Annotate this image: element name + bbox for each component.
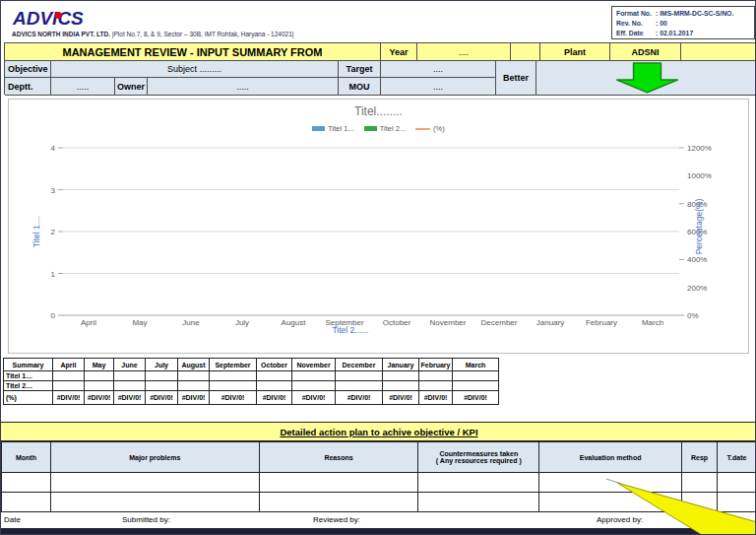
empty-cell[interactable] (259, 493, 418, 512)
subject-value-cell[interactable]: Subject ......... (51, 61, 339, 78)
summary-row-titel2: Titel 2… (4, 381, 499, 391)
company-address-line: ADVICS NORTH INDIA PVT. LTD. |Plot No.7,… (12, 31, 293, 37)
year-value-cell[interactable]: .... (417, 43, 511, 61)
titel1-cell[interactable] (292, 371, 336, 381)
titel2-cell[interactable] (257, 381, 292, 391)
target-label: Target (339, 61, 381, 78)
empty-cell[interactable] (2, 473, 51, 493)
action-plan-row-2 (2, 493, 756, 512)
div0-cell: #DIV/0! (383, 391, 419, 405)
titel1-cell[interactable] (85, 371, 114, 381)
summary-row-percent: (%) #DIV/0! #DIV/0! #DIV/0! #DIV/0! #DIV… (4, 391, 499, 405)
summary-header-row: Summary April May June July August Septe… (4, 359, 499, 371)
month-col-june: June (114, 359, 146, 371)
owner-value-cell[interactable]: ..... (148, 78, 339, 96)
month-col-january: January (383, 359, 419, 371)
titel1-cell[interactable] (210, 371, 257, 381)
titel2-cell[interactable] (292, 381, 336, 391)
month-col-august: August (178, 359, 210, 371)
rev-no-row: Rev. No. : 00 (616, 19, 750, 29)
titel2-cell[interactable] (178, 381, 210, 391)
kpi-chart: Titel........ Titel 1... Titel 2... (%) (8, 99, 749, 354)
titel1-cell[interactable] (53, 371, 85, 381)
col-tdate: T.date (717, 442, 756, 473)
empty-cell[interactable] (539, 493, 682, 512)
empty-cell[interactable] (418, 473, 539, 493)
titel2-cell[interactable] (53, 381, 85, 391)
mou-value-cell[interactable]: .... (381, 78, 496, 96)
left-tick-0: 0 (51, 311, 56, 320)
titel1-cell[interactable] (146, 371, 178, 381)
empty-cell[interactable] (682, 493, 718, 512)
plant-value-cell[interactable]: ADSNI (610, 43, 681, 61)
empty-cell[interactable] (682, 473, 718, 493)
format-no-row: Format No. : IMS-MRM-DC-SC-S/NO. (616, 9, 750, 19)
month-col-september: September (210, 359, 257, 371)
col-resp: Resp (682, 442, 718, 473)
form-title: MANAGEMENT REVIEW - INPUT SUMMARY FROM (5, 43, 381, 61)
right-tick-1000: 1000% (687, 171, 712, 180)
company-address: |Plot No.7, 8, & 9, Sector – 30B, IMT Ro… (112, 31, 294, 37)
deptt-value-cell[interactable]: ..... (51, 78, 115, 96)
col-reasons: Reasons (259, 442, 418, 473)
titel1-cell[interactable] (383, 371, 419, 381)
col-countermeasures-line1: Countermeasures taken (418, 450, 538, 457)
target-value-cell[interactable]: .... (381, 61, 496, 78)
col-month: Month (2, 442, 51, 473)
eff-date-label: Eff. Date (616, 29, 656, 38)
titel2-cell[interactable] (419, 381, 453, 391)
div0-cell: #DIV/0! (85, 391, 114, 405)
header-blank-cell-2 (681, 43, 756, 61)
empty-cell[interactable] (50, 473, 259, 493)
chart-plot-area: 4 3 2 1 0 1200% 1000% 800% 600% 400% 200… (9, 100, 748, 353)
right-tick-1200: 1200% (687, 144, 712, 153)
div0-cell: #DIV/0! (178, 391, 210, 405)
div0-cell: #DIV/0! (210, 391, 257, 405)
div0-cell: #DIV/0! (419, 391, 453, 405)
empty-cell[interactable] (717, 473, 756, 493)
div0-cell: #DIV/0! (53, 391, 85, 405)
col-major-problems: Major problems (50, 442, 259, 473)
rev-no-label: Rev. No. (616, 19, 656, 29)
empty-cell[interactable] (539, 473, 682, 493)
div0-cell: #DIV/0! (146, 391, 178, 405)
col-countermeasures: Countermeasures taken ( Any resources re… (418, 442, 539, 473)
titel1-cell[interactable] (178, 371, 210, 381)
titel1-cell[interactable] (336, 371, 383, 381)
empty-cell[interactable] (717, 493, 756, 512)
titel2-cell[interactable] (453, 381, 499, 391)
titel2-cell[interactable] (146, 381, 178, 391)
empty-cell[interactable] (50, 493, 259, 512)
titel1-cell[interactable] (419, 371, 453, 381)
company-name: ADVICS NORTH INDIA PVT. LTD. (12, 31, 110, 37)
rev-no-value: : 00 (656, 19, 667, 29)
left-axis-title: Titel 1.... (32, 216, 41, 247)
x-label-october: October (383, 318, 411, 327)
titel2-cell[interactable] (85, 381, 114, 391)
titel2-cell[interactable] (210, 381, 257, 391)
month-col-march: March (453, 359, 499, 371)
left-tick-3: 3 (51, 186, 56, 195)
month-col-may: May (85, 359, 114, 371)
empty-cell[interactable] (418, 493, 539, 512)
action-plan-table: Month Major problems Reasons Countermeas… (1, 441, 756, 512)
month-col-april: April (53, 359, 85, 371)
month-col-february: February (419, 359, 453, 371)
titel2-cell[interactable] (114, 381, 146, 391)
titel1-cell[interactable] (257, 371, 292, 381)
right-axis-title: Percentage(%) (694, 198, 704, 254)
div0-cell: #DIV/0! (336, 391, 383, 405)
x-label-january: January (536, 318, 564, 327)
percent-row-label: (%) (4, 391, 53, 405)
left-tick-2: 2 (51, 228, 56, 236)
titel2-cell[interactable] (383, 381, 419, 391)
management-review-form: ADVICS ADVICS NORTH INDIA PVT. LTD. |Plo… (0, 0, 756, 535)
left-tick-1: 1 (51, 270, 56, 279)
titel1-cell[interactable] (114, 371, 146, 381)
empty-cell[interactable] (259, 473, 418, 493)
titel2-cell[interactable] (336, 381, 383, 391)
empty-cell[interactable] (2, 493, 51, 512)
titel1-cell[interactable] (453, 371, 499, 381)
date-label: Date (4, 515, 21, 524)
col-evaluation-method: Evaluation method (539, 442, 682, 473)
